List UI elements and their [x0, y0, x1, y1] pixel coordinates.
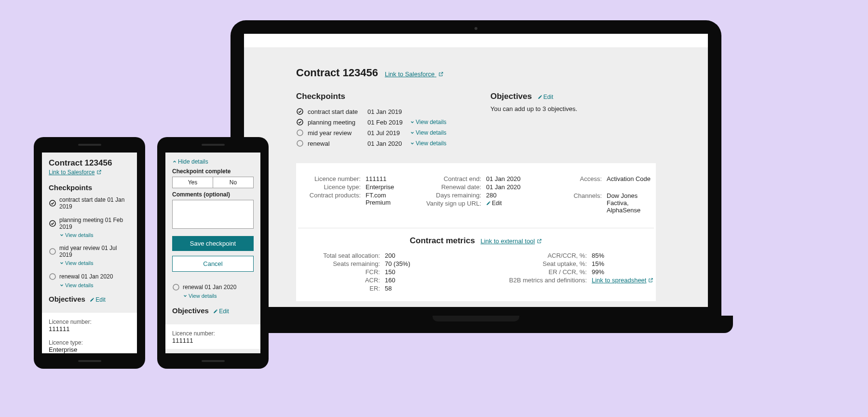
laptop-mockup: Contract 123456 Link to Salesforce Check…: [231, 20, 721, 342]
info-label: Vanity sign up URL:: [419, 200, 481, 207]
metric-value: 200: [385, 252, 466, 259]
checkpoint-row: planning meeting 01 Feb 2019: [49, 215, 130, 232]
metric-label: Seats remaining:: [298, 260, 380, 267]
edit-objectives-link[interactable]: Edit: [213, 308, 229, 315]
info-value: 111111: [172, 337, 254, 344]
checkpoint-row: mid year review 01 Jul 2019 View details: [296, 127, 461, 138]
chevron-down-icon: [410, 119, 415, 124]
contract-info-panel: Licence number:111111 Licence type:Enter…: [296, 163, 656, 301]
checkpoint-label: mid year review: [308, 129, 366, 137]
metric-value: 160: [385, 277, 466, 284]
metric-label: FCR:: [298, 268, 380, 276]
browser-topbar: [244, 34, 708, 47]
view-details-link[interactable]: View details: [172, 293, 254, 299]
info-value: Activation Code: [607, 175, 654, 182]
view-details-link[interactable]: View details: [49, 260, 130, 266]
info-label: Renewal date:: [419, 183, 481, 191]
metric-value: 99%: [592, 268, 654, 276]
info-label: Licence number:: [172, 330, 254, 337]
objectives-hint: You can add up to 3 objectives.: [490, 105, 656, 112]
check-done-icon: [49, 220, 56, 227]
yes-button[interactable]: Yes: [173, 177, 213, 188]
info-label: Access:: [539, 175, 602, 182]
check-done-icon: [49, 199, 56, 207]
info-label: Channels:: [539, 192, 602, 214]
cancel-button[interactable]: Cancel: [172, 256, 254, 272]
pencil-icon: [213, 308, 218, 313]
objectives-heading: Objectives: [172, 306, 209, 315]
yes-no-toggle: Yes No: [172, 177, 254, 188]
view-details-link[interactable]: View details: [410, 129, 461, 136]
comments-input[interactable]: [172, 200, 254, 229]
info-value: Enterprise: [366, 183, 413, 191]
info-value: 01 Jan 2020: [486, 175, 533, 182]
info-value: 01 Jan 2020: [486, 183, 533, 191]
external-link-icon: [96, 169, 102, 175]
metrics-external-link[interactable]: Link to external tool: [481, 237, 542, 245]
view-details-link[interactable]: View details: [410, 140, 461, 147]
checkpoint-row: mid year review 01 Jul 2019: [49, 243, 130, 260]
view-details-link[interactable]: View details: [410, 119, 461, 125]
checkpoint-label: contract start date: [308, 108, 366, 115]
view-details-link[interactable]: View details: [49, 232, 130, 238]
check-done-icon: [296, 118, 304, 126]
checkpoint-row: renewal 01 Jan 2020: [172, 281, 254, 293]
checkpoint-date: 01 Jul 2019: [367, 129, 408, 137]
check-open-icon: [49, 248, 56, 255]
pencil-icon: [538, 94, 542, 99]
info-value: 111111: [366, 175, 413, 182]
metric-value: 15%: [592, 260, 654, 267]
metric-label: ACR:: [298, 277, 380, 284]
edit-vanity-url-link[interactable]: Edit: [486, 200, 533, 207]
checkpoint-row: renewal 01 Jan 2020 View details: [296, 138, 461, 149]
metric-value: 85%: [592, 252, 654, 259]
chevron-down-icon: [183, 293, 188, 298]
salesforce-link[interactable]: Link to Salesforce: [49, 169, 102, 176]
info-label: Contract products:: [298, 192, 361, 206]
info-value: Enterprise: [49, 346, 130, 353]
info-label: Licence number:: [49, 319, 130, 325]
checkpoints-heading: Checkpoints: [49, 183, 130, 192]
view-details-link[interactable]: View details: [49, 282, 130, 288]
spreadsheet-link[interactable]: Link to spreadsheet: [592, 277, 653, 284]
info-value: 111111: [49, 325, 130, 333]
edit-objectives-link[interactable]: Edit: [538, 94, 554, 100]
external-link-icon: [537, 238, 542, 243]
checkpoint-row: renewal 01 Jan 2020: [49, 271, 130, 282]
contract-title: Contract 123456: [49, 158, 130, 168]
metric-label: ER / CCR, %:: [486, 268, 587, 276]
info-value: 280: [486, 192, 533, 199]
contract-info-panel: Licence number:111111 Licence type:Enter…: [42, 313, 137, 353]
chevron-down-icon: [59, 233, 64, 237]
check-open-icon: [296, 139, 304, 147]
no-button[interactable]: No: [213, 177, 253, 188]
metric-label: Total seat allocation:: [298, 252, 380, 259]
pencil-icon: [486, 200, 491, 205]
edit-objectives-link[interactable]: Edit: [90, 296, 106, 303]
checkpoint-date: 01 Jan 2019: [367, 108, 408, 115]
save-checkpoint-button[interactable]: Save checkpoint: [172, 236, 254, 251]
phone-mockup-2: Hide details Checkpoint complete Yes No …: [157, 137, 269, 369]
check-open-icon: [49, 273, 56, 280]
hide-details-link[interactable]: Hide details: [172, 158, 254, 165]
checkpoint-label: planning meeting: [308, 119, 366, 126]
check-done-icon: [296, 108, 304, 115]
contract-info-panel: Licence number:111111: [165, 324, 260, 349]
checkpoint-row: contract start date 01 Jan 2019: [296, 106, 461, 117]
objectives-heading: Objectives: [49, 295, 85, 303]
chevron-down-icon: [59, 261, 64, 265]
metrics-heading: Contract metrics: [410, 236, 475, 245]
objectives-heading: Objectives: [490, 92, 532, 101]
info-label: Licence type:: [298, 183, 361, 191]
metric-label: ACR/CCR, %:: [486, 252, 587, 259]
check-open-icon: [172, 283, 180, 291]
metric-value: 58: [385, 285, 466, 292]
phone-mockup-1: Contract 123456 Link to Salesforce Check…: [34, 137, 145, 369]
check-open-icon: [296, 129, 304, 137]
checkpoint-date: 01 Feb 2019: [367, 119, 408, 126]
salesforce-link[interactable]: Link to Salesforce: [385, 70, 444, 78]
metric-value: 150: [385, 268, 466, 276]
chevron-down-icon: [410, 140, 415, 145]
contract-title: Contract 123456: [296, 67, 378, 79]
checkpoint-row: contract start date 01 Jan 2019: [49, 195, 130, 212]
